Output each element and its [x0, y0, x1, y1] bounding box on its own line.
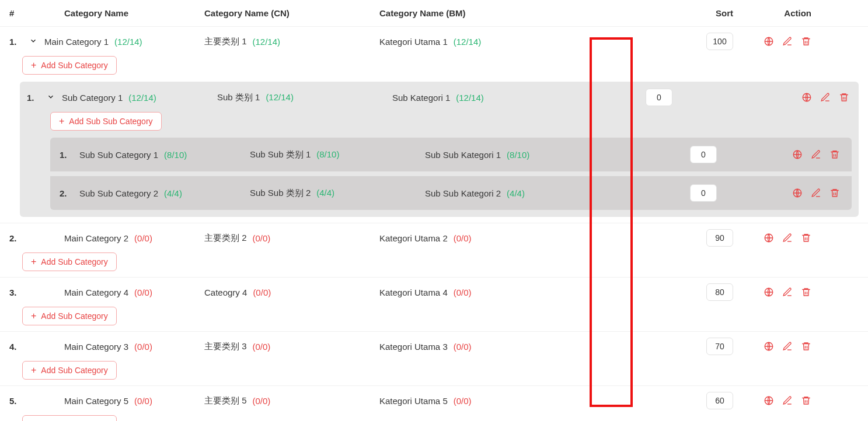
category-name: Main Category 4 [64, 287, 128, 297]
category-name-cn: 主要类别 1 [204, 36, 247, 47]
table-row: 2. Main Category 2 (0/0) 主要类别 2(0/0) Kat… [0, 223, 868, 278]
sub-category-bm: Sub Kategori 1 [392, 93, 450, 103]
plus-icon: + [31, 311, 36, 321]
header-sort: Sort [549, 8, 747, 18]
edit-icon[interactable] [811, 188, 821, 198]
trash-icon[interactable] [829, 188, 840, 198]
subsub-name: Sub Sub Category 2 [79, 188, 158, 198]
trash-icon[interactable] [801, 287, 811, 297]
sort-input[interactable] [646, 89, 672, 106]
edit-icon[interactable] [782, 395, 793, 406]
sub-count: (12/14) [128, 93, 156, 103]
plus-icon: + [31, 257, 36, 267]
edit-icon[interactable] [811, 149, 821, 160]
plus-icon: + [59, 116, 64, 127]
header-bm: Category Name (BM) [379, 8, 549, 18]
sort-input[interactable] [706, 283, 733, 301]
sub-sub-panel: 1. Sub Sub Category 1 (8/10) Sub Sub 类别 … [50, 138, 852, 210]
add-sub-sub-category-button[interactable]: + Add Sub Sub Category [50, 112, 162, 131]
add-sub-category-button[interactable]: + Add Sub Category [22, 56, 117, 75]
table-row: 1. Sub Sub Category 1 (8/10) Sub Sub 类别 … [50, 138, 852, 176]
table-row: 1. Main Category 1 (12/14) 主要类别 1 (12/14… [0, 27, 868, 223]
category-count-cn: (12/14) [253, 37, 281, 47]
trash-icon[interactable] [801, 36, 811, 47]
sub-category-name: Sub Category 1 [62, 93, 123, 103]
trash-icon[interactable] [801, 395, 811, 406]
add-sub-category-button[interactable]: +Add Sub Category [22, 415, 117, 421]
category-count: (12/14) [114, 37, 142, 47]
subsub-bm: Sub Sub Kategori 1 [425, 150, 501, 160]
add-sub-category-button[interactable]: +Add Sub Category [22, 307, 117, 325]
header-cn: Category Name (CN) [204, 8, 379, 18]
sort-input[interactable] [690, 146, 717, 163]
sort-input[interactable] [706, 33, 733, 50]
plus-icon: + [31, 60, 36, 71]
row-number: 1. [27, 93, 47, 103]
globe-icon[interactable] [764, 395, 774, 406]
globe-icon[interactable] [764, 287, 774, 297]
category-table: # Category Name Category Name (CN) Categ… [0, 0, 868, 421]
trash-icon[interactable] [839, 92, 849, 103]
subsub-bm: Sub Sub Kategori 2 [425, 188, 501, 198]
edit-icon[interactable] [782, 36, 793, 47]
globe-icon[interactable] [764, 36, 774, 47]
sort-input[interactable] [706, 392, 733, 409]
globe-icon[interactable] [801, 92, 812, 103]
subsub-cn: Sub Sub 类别 1 [250, 149, 311, 160]
subsub-name: Sub Sub Category 1 [79, 150, 158, 160]
sub-category-panel: 1. Sub Category 1 (12/14) Sub 类别 1 (12/1… [20, 82, 859, 217]
edit-icon[interactable] [820, 92, 831, 103]
trash-icon[interactable] [829, 149, 840, 160]
table-row: 5. Main Category 5 (0/0) 主要类别 5(0/0) Kat… [0, 386, 868, 421]
sub-category-cn: Sub 类别 1 [217, 92, 260, 103]
chevron-down-icon[interactable] [29, 37, 37, 47]
table-row: 4. Main Category 3 (0/0) 主要类别 3(0/0) Kat… [0, 332, 868, 386]
chevron-down-icon[interactable] [47, 93, 62, 103]
sort-input[interactable] [706, 338, 733, 355]
category-name: Main Category 1 [44, 37, 109, 47]
globe-icon[interactable] [792, 149, 803, 160]
globe-icon[interactable] [764, 341, 774, 352]
category-name: Main Category 5 [64, 396, 128, 406]
plus-icon: + [31, 365, 36, 376]
category-count-bm: (12/14) [454, 37, 482, 47]
globe-icon[interactable] [792, 188, 803, 198]
row-number: 1. [9, 37, 29, 47]
edit-icon[interactable] [782, 341, 793, 352]
category-name: Main Category 2 [64, 233, 128, 243]
header-action: Action [747, 8, 811, 18]
table-row: 3. Main Category 4 (0/0) Cateogry 4(0/0)… [0, 278, 868, 332]
add-sub-category-button[interactable]: +Add Sub Category [22, 252, 117, 271]
subsub-cn: Sub Sub 类别 2 [250, 188, 311, 199]
header-index: # [9, 8, 29, 18]
table-header: # Category Name Category Name (CN) Categ… [0, 0, 868, 27]
category-name-bm: Kategori Utama 1 [379, 37, 448, 47]
table-row: 2. Sub Sub Category 2 (4/4) Sub Sub 类别 2… [50, 176, 852, 210]
add-sub-category-button[interactable]: +Add Sub Category [22, 361, 117, 380]
sort-input[interactable] [690, 184, 717, 202]
sort-input[interactable] [706, 229, 733, 247]
category-name: Main Category 3 [64, 342, 128, 352]
edit-icon[interactable] [782, 287, 793, 297]
trash-icon[interactable] [801, 341, 811, 352]
globe-icon[interactable] [764, 233, 774, 243]
edit-icon[interactable] [782, 233, 793, 243]
trash-icon[interactable] [801, 233, 811, 243]
header-name: Category Name [29, 8, 204, 18]
